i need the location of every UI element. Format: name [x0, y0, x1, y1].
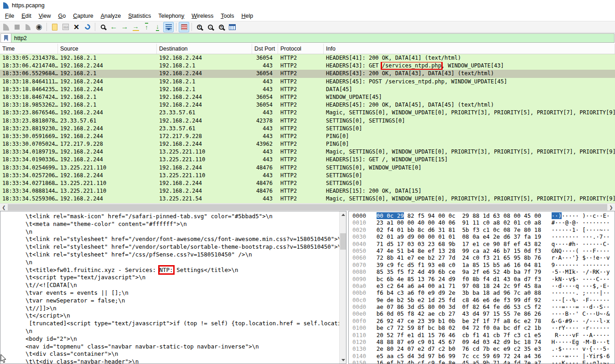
hex-row[interactable]: 0020 02 f4 01 bb 8c d6 31 81 5b f3 c1 0c… — [352, 226, 615, 233]
capture-options-icon[interactable] — [34, 22, 44, 32]
packet-row[interactable]: 18:33:05.2314378…192.168.2.1192.168.2.24… — [0, 54, 615, 62]
column-header-info[interactable]: Info — [324, 44, 615, 54]
hex-row[interactable]: 0080 85 35 f5 f2 4d 49 6b ce 9a 2f e6 52… — [352, 268, 615, 275]
vscroll-thumb[interactable] — [340, 233, 346, 250]
resize-columns-icon[interactable] — [227, 22, 238, 32]
menu-analyze[interactable]: Analyze — [97, 12, 124, 20]
hex-row[interactable]: 00d0 ae 07 86 3d d5 80 00 3d 0f 82 64 fe… — [352, 303, 615, 310]
detail-line[interactable]: \n — [26, 259, 339, 267]
detail-vscrollbar[interactable] — [339, 211, 346, 364]
detail-line[interactable]: \n — [26, 228, 339, 236]
hex-row[interactable]: 00e0 b6 0d 05 f8 42 ae cb 27 43 d4 97 15… — [352, 310, 615, 317]
hex-row[interactable]: 0050 47 4e 51 b4 8e ef 13 28 99 ca a2 46… — [352, 247, 615, 254]
detail-line[interactable]: <body id="2">\n — [26, 335, 339, 343]
hex-row[interactable]: 00b0 f6 b4 c3 a6 f0 e9 d9 2e 3b ba 18 ad… — [352, 289, 615, 296]
hex-row[interactable]: 0030 02 01 a9 d9 00 00 01 01 08 0a e4 2e… — [352, 233, 615, 240]
scroll-down-arrow-icon[interactable] — [340, 357, 346, 364]
packet-row[interactable]: 18:33:34.0257206…192.168.2.24413.225.221… — [0, 172, 615, 179]
detail-line[interactable]: \t\t<div class="navbar-header">\n — [26, 358, 339, 364]
column-header-source[interactable]: Source — [58, 44, 157, 54]
go-first-icon[interactable] — [141, 22, 152, 32]
packet-row[interactable]: 18:33:34.0254699…13.225.221.110192.168.2… — [0, 164, 615, 172]
packet-row[interactable]: 18:33:23.8819230…192.168.2.24423.33.57.6… — [0, 125, 615, 133]
detail-line[interactable]: \t<div class="container">\n — [26, 350, 339, 358]
packet-row[interactable]: 18:33:06.5529684…192.168.2.1192.168.2.24… — [0, 70, 615, 77]
packet-row[interactable]: 18:33:34.5259306…192.168.2.24413.225.221… — [0, 195, 615, 203]
column-header-dst-port[interactable]: Dst Port — [252, 44, 278, 54]
hex-row[interactable]: 0000 00 0c 29 82 f5 94 00 0c 29 88 1d 63… — [352, 212, 615, 219]
detail-line[interactable]: \t<link rel="stylesheet" href="/css/pfSe… — [26, 251, 339, 259]
hex-row[interactable]: 0130 2e 80 24 07 e2 d7 c2 b0 76 cd 7b ec… — [352, 345, 615, 352]
detail-line[interactable]: \n — [26, 328, 339, 335]
detail-line[interactable]: [truncated]<script type="text/javascript… — [26, 320, 339, 328]
hscroll-thumb[interactable] — [8, 204, 607, 210]
menu-go[interactable]: Go — [55, 12, 70, 20]
go-forward-icon[interactable] — [119, 22, 130, 32]
filter-bookmark-button[interactable] — [0, 33, 11, 43]
colorize-icon[interactable] — [179, 22, 189, 32]
detail-line[interactable]: \t<link rel="stylesheet" href="/vendor/s… — [26, 243, 339, 251]
hex-row[interactable]: 0040 71 d5 17 03 03 23 68 9b 17 e1 ce 90… — [352, 241, 615, 247]
menu-help[interactable]: Help — [238, 12, 257, 20]
menu-tools[interactable]: Tools — [217, 12, 238, 20]
display-filter-input[interactable]: http2 — [11, 33, 615, 43]
close-file-icon[interactable] — [71, 22, 82, 32]
packet-row[interactable]: 18:33:34.0271868…13.225.221.110192.168.2… — [0, 179, 615, 187]
hex-row[interactable]: 0090 bc 6b 4e 85 13 76 24 d9 f0 8b f4 d1… — [352, 276, 615, 282]
menu-view[interactable]: View — [35, 12, 55, 20]
scroll-right-arrow-icon[interactable]: ❯ — [607, 204, 615, 211]
packet-row[interactable]: 18:33:18.8464235…192.168.2.244192.168.2.… — [0, 86, 615, 93]
packet-row[interactable]: 18:33:23.8818078…23.33.57.61192.168.2.24… — [0, 117, 615, 125]
go-to-packet-icon[interactable] — [130, 22, 141, 32]
menu-wireless[interactable]: Wireless — [188, 12, 217, 20]
packet-row[interactable]: 18:33:34.0888144…13.225.221.110192.168.2… — [0, 187, 615, 195]
hex-row[interactable]: 00c0 9e de b2 5b e2 1d 25 fd c8 46 e6 de… — [352, 297, 615, 303]
menu-statistics[interactable]: Statistics — [124, 12, 155, 20]
packet-row[interactable]: 18:33:34.0190336…192.168.2.24413.225.221… — [0, 156, 615, 164]
menu-file[interactable]: File — [1, 12, 18, 20]
hex-row[interactable]: 0140 e5 aa c5 d4 3d 97 b6 99 7c cc 59 69… — [352, 353, 615, 359]
auto-scroll-icon[interactable] — [163, 22, 174, 32]
detail-line[interactable]: \t<link rel="mask-icon" href="/safari-pi… — [26, 213, 339, 220]
packet-row[interactable]: 18:33:18.8464111…192.168.2.244192.168.2.… — [0, 78, 615, 86]
detail-line[interactable]: \t//]]>\n — [26, 305, 339, 313]
zoom-reset-icon[interactable]: = — [216, 22, 227, 32]
scroll-left-arrow-icon[interactable]: ❮ — [0, 204, 8, 211]
hex-row[interactable]: 0100 be c7 72 59 8f bc b8 02 04 72 f0 0a… — [352, 324, 615, 331]
detail-line[interactable]: \tvar events = events || [];\n — [26, 289, 339, 297]
hex-row[interactable]: 00f0 26 92 47 ce 23 39 b1 0b be 2f 1f 7f… — [352, 318, 615, 324]
go-back-icon[interactable] — [109, 22, 119, 32]
hex-row[interactable]: 0060 72 8b 41 e7 ee b2 27 7d 24 c0 f3 21… — [352, 254, 615, 261]
hex-row[interactable]: 00a0 e3 c2 64 a6 a4 00 a1 71 97 08 18 24… — [352, 282, 615, 289]
packet-row[interactable]: 18:33:18.9853262…192.168.2.1192.168.2.24… — [0, 101, 615, 109]
packet-row[interactable]: 18:33:30.0591669…192.168.2.244172.217.9.… — [0, 133, 615, 140]
menu-edit[interactable]: Edit — [18, 12, 35, 20]
column-header-time[interactable]: Time — [0, 44, 58, 54]
column-header-destination[interactable]: Destination — [157, 44, 252, 54]
detail-line[interactable]: \t<link rel="stylesheet" href="/vendor/f… — [26, 236, 339, 243]
hex-row[interactable]: 0150 16 ef b7 4b cf c9 fe 8e 45 a5 9b 71… — [352, 359, 615, 364]
packet-row[interactable]: 18:33:18.8467424…192.168.2.1192.168.2.24… — [0, 93, 615, 101]
detail-line[interactable]: \t<script type="text/javascript">\n — [26, 274, 339, 282]
detail-line[interactable]: \t<meta name="theme-color" content="#fff… — [26, 220, 339, 228]
detail-line[interactable]: <nav id="topmenu" class="navbar navbar-s… — [26, 343, 339, 351]
packet-row[interactable]: 18:33:06.4214740…192.168.2.244192.168.2.… — [0, 62, 615, 70]
detail-line[interactable]: \tvar newSeperator = false;\n — [26, 297, 339, 305]
packet-row[interactable]: 18:33:23.8676546…192.168.2.24423.33.57.6… — [0, 109, 615, 117]
hex-row[interactable]: 0070 39 c9 fc d5 f1 93 e8 c0 1a 85 15 b5… — [352, 261, 615, 268]
detail-line[interactable]: \t<title>fw01.fruitinc.xyz - Services: N… — [26, 267, 339, 274]
open-file-icon[interactable] — [49, 22, 60, 32]
zoom-out-icon[interactable]: - — [205, 22, 216, 32]
menu-capture[interactable]: Capture — [69, 12, 97, 20]
reassembled-text-view[interactable]: \t<link rel="mask-icon" href="/safari-pi… — [0, 211, 339, 364]
hex-row[interactable]: 0110 20 52 7f e1 d1 15 76 46 cb f1 41 cb… — [352, 332, 615, 338]
packet-list-hscrollbar[interactable]: ❮ ❯ — [0, 203, 615, 211]
zoom-in-icon[interactable]: + — [194, 22, 205, 32]
hex-dump-pane[interactable]: 0000 00 0c 29 82 f5 94 00 0c 29 88 1d 63… — [348, 211, 615, 364]
packet-row[interactable]: 18:33:30.0705024…172.217.9.228192.168.2.… — [0, 140, 615, 148]
column-header-protocol[interactable]: Protocol — [278, 44, 324, 54]
scroll-up-arrow-icon[interactable] — [340, 211, 346, 218]
find-packet-icon[interactable] — [98, 22, 108, 32]
hex-row[interactable]: 0010 23 a1 00 00 40 00 40 06 91 11 c0 a8… — [352, 219, 615, 226]
reload-icon[interactable] — [82, 22, 93, 32]
